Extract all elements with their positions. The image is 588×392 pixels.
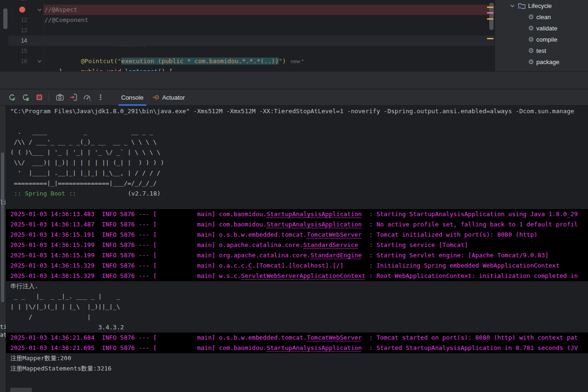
tab-console[interactable]: Console <box>117 89 148 106</box>
log-class-link[interactable]: C <box>248 262 252 269</box>
spring-banner-line: =========|_|==============|___/=/_/_/_/ <box>6 178 588 189</box>
maven-goal-compile[interactable]: ⚙ compile <box>495 34 588 45</box>
mybatis-version-line: 3.4.3.2 <box>6 322 588 333</box>
fold-chevron-icon[interactable] <box>37 58 42 65</box>
log-text: : Starting service [Tomcat] <box>358 241 468 248</box>
maven-goal-validate[interactable]: ⚙ validate <box>495 22 588 34</box>
log-line: 2025-01-03 14:36:15.199 INFO 5876 --- [ … <box>6 250 588 261</box>
console-text: "C:\Program Files\Java\jdk1.8.0_291\bin\… <box>6 106 588 374</box>
log-text: : Tomcat initialized with port(s): 8080 … <box>362 231 537 238</box>
mybatis-version: 3.4.3.2 <box>98 324 124 331</box>
spring-banner-line: /\\ / ___'_ __ _ _(_)_ __ __ _ \ \ \ \ <box>6 137 588 147</box>
code-comment: //@Component <box>44 16 88 23</box>
gear-icon: ⚙ <box>528 47 534 54</box>
log-text: 2025-01-03 14:36:21.684 INFO 5876 --- [ … <box>10 334 307 341</box>
maven-goal-label: clean <box>537 14 551 21</box>
log-class-link[interactable]: TomcatWebServer <box>307 334 362 341</box>
kebab-menu-icon: ⋮ <box>97 93 104 102</box>
clipped-text-fragment: ti <box>0 324 6 330</box>
log-text: 2025-01-03 14:36:21.695 INFO 5876 --- [ … <box>10 344 267 351</box>
log-line: 2025-01-03 14:36:15.329 INFO 5876 --- [ … <box>6 261 588 271</box>
gauge-button[interactable] <box>81 91 93 103</box>
spring-banner-line: . ____ _ __ _ _ <box>6 127 588 137</box>
lifecycle-folder-icon <box>518 2 526 9</box>
code-editor[interactable]: 10 //@Aspect 12 //@Component 13 public c… <box>0 0 494 71</box>
maven-goal-package[interactable]: ⚙ package <box>495 56 588 67</box>
spring-boot-label: :: Spring Boot :: <box>10 190 76 197</box>
log-line: 2025-01-03 14:36:21.695 INFO 5876 --- [ … <box>6 343 588 353</box>
mapper-count-line: 注册Mapper数量:200 <box>6 353 588 363</box>
log-text: .[Tomcat].[localhost].[/] : Initializing… <box>252 262 559 269</box>
code-text: } <box>59 68 63 71</box>
code-comment: //@Aspect <box>44 6 77 13</box>
scrollbar-change-mark <box>487 7 494 8</box>
gear-icon: ⚙ <box>528 36 534 43</box>
gear-icon: ⚙ <box>528 58 534 65</box>
tool-window-header-band <box>0 71 588 89</box>
log-text: : Starting StartupAnalysisApplication us… <box>362 211 578 218</box>
more-options-button[interactable]: ⋮ <box>94 91 107 103</box>
log-text: : Starting Servlet engine: [Apache Tomca… <box>362 252 548 259</box>
inject-note-line: 串行注入. <box>6 281 588 291</box>
log-line: 2025-01-03 14:36:13.487 INFO 5876 --- [ … <box>6 219 588 230</box>
log-text: 2025-01-03 14:36:15.329 INFO 5876 --- [ … <box>10 272 241 279</box>
log-class-link[interactable]: StartupAnalysisApplication <box>267 211 362 218</box>
log-text: 2025-01-03 14:36:15.199 INFO 5876 --- [ … <box>10 241 303 248</box>
run-toolbar: ⋮ Console Actuator <box>0 89 588 106</box>
console-output[interactable]: li ti ati "C:\Program Files\Java\jdk1.8.… <box>0 106 588 392</box>
log-text: 2025-01-03 14:36:15.191 INFO 5876 --- [ … <box>10 231 307 238</box>
log-text: 2025-01-03 14:36:15.199 INFO 5876 --- [ … <box>10 252 311 259</box>
tab-actuator[interactable]: Actuator <box>148 89 189 106</box>
maven-goal-label: test <box>537 47 546 54</box>
log-text: 2025-01-03 14:36:13.483 INFO 5876 --- [ … <box>10 211 267 218</box>
log-class-link[interactable]: TomcatWebServer <box>307 231 362 238</box>
editor-line-16: 16 public void logAspect() { <box>0 56 494 66</box>
editor-scrollbar[interactable] <box>485 0 494 71</box>
log-class-link[interactable]: StandardEngine <box>311 252 362 259</box>
maven-goal-label: package <box>537 58 559 65</box>
console-command-line: "C:\Program Files\Java\jdk1.8.0_291\bin\… <box>6 106 588 116</box>
log-text: 2025-01-03 14:36:15.329 INFO 5876 --- [ … <box>10 262 248 269</box>
console-blank-line <box>6 116 588 127</box>
rerun-debug-button[interactable] <box>20 91 32 103</box>
gutter-line-number: 16 <box>0 56 27 66</box>
fold-chevron-icon[interactable] <box>37 7 42 13</box>
gutter-line-number: 14 <box>0 36 27 46</box>
log-class-link[interactable]: StartupAnalysisApplication <box>267 344 362 351</box>
log-line: 2025-01-03 14:36:15.199 INFO 5876 --- [ … <box>6 240 588 250</box>
maven-lifecycle-node[interactable]: Lifecycle <box>495 0 588 11</box>
stop-button[interactable] <box>33 91 45 103</box>
log-text: 2025-01-03 14:36:13.487 INFO 5876 --- [ … <box>10 221 267 228</box>
gutter-line-number: 12 <box>0 15 27 25</box>
maven-goal-test[interactable]: ⚙ test <box>495 45 588 56</box>
log-line: 2025-01-03 14:36:13.483 INFO 5876 --- [ … <box>6 209 588 219</box>
log-line: 2025-01-03 14:36:15.329 INFO 5876 --- [ … <box>6 271 588 281</box>
breakpoint-icon[interactable] <box>19 7 25 13</box>
gear-icon: ⚙ <box>528 14 534 20</box>
console-left-strip: li ti ati <box>0 106 6 392</box>
editor-line-12: 12 //@Component <box>0 15 494 25</box>
log-class-link[interactable]: StartupAnalysisApplication <box>267 221 362 228</box>
maven-goal-clean[interactable]: ⚙ clean <box>495 11 588 22</box>
bottom-partial-element <box>10 388 32 392</box>
tab-console-label: Console <box>121 94 144 101</box>
current-line-highlight <box>8 36 494 46</box>
scrollbar-change-mark <box>487 38 494 39</box>
thread-dump-button[interactable] <box>54 91 66 103</box>
chevron-down-icon[interactable] <box>510 3 515 8</box>
editor-line-17: } <box>0 66 494 71</box>
spring-banner-line: ' |____| .__|_| |_|_| |_\__, | / / / / <box>6 168 588 178</box>
log-text: : Root WebApplicationContext: initializa… <box>365 272 578 279</box>
spring-banner-line: \\/ ___)| |_)| | | | | || (_| | ) ) ) ) <box>6 158 588 168</box>
gutter-line-number: 10 <box>0 0 27 4</box>
arrow-into-bracket-button[interactable] <box>67 91 80 103</box>
console-scrollbar-thumb[interactable] <box>1 152 4 302</box>
log-class-link[interactable]: StandardService <box>303 241 358 248</box>
rerun-button[interactable] <box>6 91 18 103</box>
editor-line-14: 14 <box>0 36 494 46</box>
scrollbar-change-mark <box>487 12 494 14</box>
gutter-line-number: 15 <box>0 46 27 56</box>
spring-banner-line: ( ( )\___ | '_ | '_| | '_ \/ _` | \ \ \ … <box>6 147 588 158</box>
mybatis-banner-line: _ _ |_ _ _|_. ___ _ | _ <box>6 291 588 302</box>
log-class-link[interactable]: ServletWebServerApplicationContext <box>241 272 365 279</box>
